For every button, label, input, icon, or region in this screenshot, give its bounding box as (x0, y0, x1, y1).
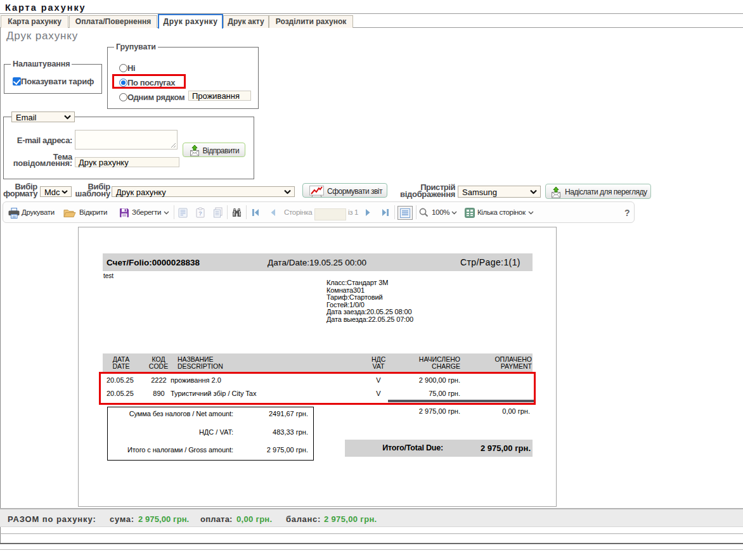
svg-text:?: ? (198, 210, 202, 217)
